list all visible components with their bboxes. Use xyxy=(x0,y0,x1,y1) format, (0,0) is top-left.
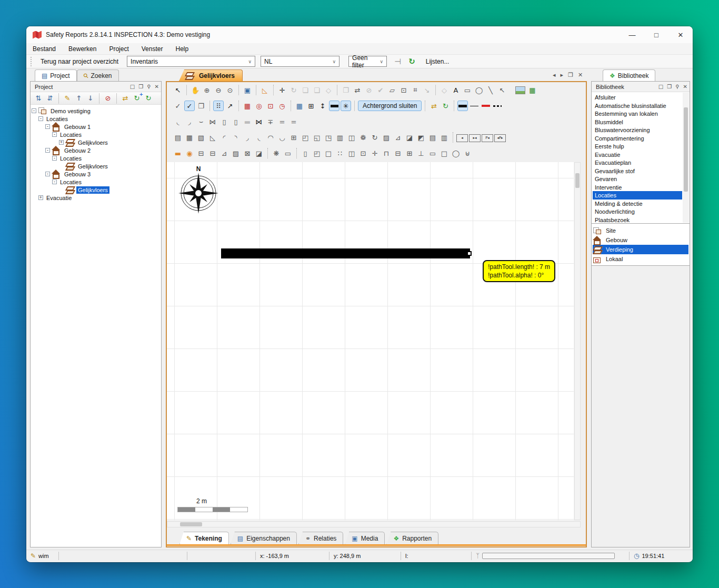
tab-tekening[interactable]: Tekening xyxy=(179,532,229,544)
close-background-button[interactable]: Achtergrond sluiten xyxy=(358,101,422,111)
wall-opening-icon[interactable]: ▯ xyxy=(219,116,229,127)
stairs-u-shape-icon[interactable]: ◩ xyxy=(416,132,426,143)
bathtub-icon[interactable]: ◯ xyxy=(451,148,461,158)
rectangle-icon[interactable]: ▭ xyxy=(462,85,473,95)
confirm-icon[interactable]: ✔ xyxy=(375,85,386,95)
category-evacuatie[interactable]: Evacuatie xyxy=(593,151,682,159)
tree-item-gebouw-2[interactable]: - Gebouw 2 xyxy=(32,146,160,154)
send-back-icon[interactable]: ❏ xyxy=(312,85,322,95)
line-red-icon[interactable] xyxy=(481,101,491,111)
ellipse-icon[interactable]: ◯ xyxy=(474,85,484,95)
double-swing-door-icon[interactable]: ⋈ xyxy=(207,116,218,127)
open-folder-icon[interactable]: ▱ xyxy=(387,85,397,95)
bring-front-icon[interactable]: ❏ xyxy=(300,85,311,95)
menu-venster[interactable]: Venster xyxy=(142,45,163,53)
dresser-2-icon[interactable]: ⊟ xyxy=(393,148,403,158)
replace-icon[interactable]: ⇄ xyxy=(352,85,363,95)
category-bluswatervoorziening[interactable]: Bluswatervoorziening xyxy=(593,126,682,134)
tabs-prev-icon[interactable]: ◂ xyxy=(553,72,556,78)
north-arrow-icon[interactable]: ✳ xyxy=(341,101,351,111)
menu-bestand[interactable]: Bestand xyxy=(33,45,56,53)
panel-maximize-icon[interactable]: □ xyxy=(130,84,135,89)
swap-icon[interactable]: ⇄ xyxy=(120,93,131,104)
console-icon[interactable]: ⊥ xyxy=(416,148,426,158)
refresh-add-icon[interactable]: ↻ xyxy=(132,93,142,104)
text-icon[interactable]: A xyxy=(451,85,461,95)
panel-toggle-icon[interactable]: ⊣ xyxy=(394,57,401,66)
door-frame-icon[interactable]: ⊓ xyxy=(381,148,392,158)
rotate-icon[interactable]: ↻ xyxy=(288,85,299,95)
tree-item-gelijkvloers-3[interactable]: Gelijkvloers xyxy=(32,186,160,194)
stairs-curved-2-icon[interactable]: ◝ xyxy=(231,132,241,143)
category-locaties[interactable]: Locaties xyxy=(593,191,682,200)
snap-grid-icon[interactable]: ✓ xyxy=(184,101,195,111)
category-interventie[interactable]: Interventie xyxy=(593,183,682,192)
filter-select[interactable]: Geen filter ∨ xyxy=(348,56,387,67)
counter-icon[interactable]: □ xyxy=(323,148,334,158)
stairs-curved-5-icon[interactable]: ◠ xyxy=(265,132,276,143)
sort-order-icon[interactable]: ⇅ xyxy=(33,93,44,104)
panel-pin-icon[interactable]: ⚲ xyxy=(675,84,679,89)
copy-icon[interactable]: ❐ xyxy=(341,85,351,95)
tree-item-locaties[interactable]: - Locaties xyxy=(32,115,160,123)
grid-jump-icon[interactable]: ↗ xyxy=(225,101,235,111)
menu-help[interactable]: Help xyxy=(175,45,188,53)
select-cursor-icon[interactable]: ↖ xyxy=(173,85,183,95)
line-thin-icon[interactable] xyxy=(469,101,480,111)
category-automatische-blusinstallatie[interactable]: Automatische blusinstallatie xyxy=(593,102,682,110)
forbid-icon[interactable]: ⊘ xyxy=(364,85,374,95)
drawn-wall[interactable] xyxy=(221,248,470,258)
lift-icon[interactable]: ◂ xyxy=(456,134,468,142)
move-icon[interactable]: ✛ xyxy=(277,85,287,95)
type-lokaal[interactable]: Lokaal xyxy=(593,254,688,264)
stairs-double-icon[interactable]: ◫ xyxy=(346,132,357,143)
grid-extent-icon[interactable]: ⊞ xyxy=(306,101,316,111)
pan-hand-icon[interactable]: ✋ xyxy=(190,85,201,95)
type-gebouw[interactable]: Gebouw xyxy=(593,235,688,245)
block-icon[interactable]: ⊘ xyxy=(103,93,113,104)
fit-screen-icon[interactable]: ▣ xyxy=(242,85,253,95)
zoom-out-icon[interactable]: ⊖ xyxy=(213,85,224,95)
stairs-curved-1-icon[interactable]: ◜ xyxy=(219,132,229,143)
category-bestemming-van-lokalen[interactable]: Bestemming van lokalen xyxy=(593,109,682,118)
polyline-icon[interactable]: ◇ xyxy=(439,85,450,95)
tree-expander-icon[interactable]: - xyxy=(52,180,57,184)
swap-icon[interactable]: ⇄ xyxy=(428,101,439,111)
panel-pin-icon[interactable]: ⚲ xyxy=(147,84,151,89)
tab-media[interactable]: Media xyxy=(345,532,385,544)
canvas-horizontal-scrollbar[interactable] xyxy=(167,521,581,527)
panel-maximize-icon[interactable]: □ xyxy=(658,84,663,89)
menu-project[interactable]: Project xyxy=(109,45,128,53)
stairs-quarter-1-icon[interactable]: ◰ xyxy=(300,132,311,143)
dresser-3-icon[interactable]: ⊞ xyxy=(404,148,415,158)
stairs-narrow-icon[interactable]: ▤ xyxy=(427,132,438,143)
category-blusmiddel[interactable]: Blusmiddel xyxy=(593,118,682,126)
window-sill-icon[interactable]: ▬ xyxy=(173,148,183,158)
fan-icon[interactable]: ❋ xyxy=(271,148,282,158)
menu-bewerken[interactable]: Bewerken xyxy=(68,45,96,53)
tree-item-gelijkvloers-2[interactable]: Gelijkvloers xyxy=(32,162,160,170)
folded-rect-icon[interactable]: ◪ xyxy=(254,148,264,158)
stairs-ramp-icon[interactable]: ▨ xyxy=(381,132,392,143)
stairs-wide-icon[interactable]: ▥ xyxy=(439,132,450,143)
line-dash-icon[interactable] xyxy=(492,101,503,111)
tree-expander-icon[interactable]: + xyxy=(59,140,64,145)
tree-item-evacuatie[interactable]: + Evacuatie xyxy=(32,194,160,202)
stairs-l-shape-icon[interactable]: ◪ xyxy=(404,132,415,143)
stairs-landing-icon[interactable]: ⊞ xyxy=(288,132,299,143)
refresh-lists-icon[interactable]: ↻ xyxy=(408,57,415,66)
refresh-icon[interactable]: ↻ xyxy=(440,101,451,111)
image-icon[interactable]: ▩ xyxy=(508,85,526,95)
refresh-icon[interactable]: ↻ xyxy=(143,93,154,104)
minimize-button[interactable]: — xyxy=(620,26,644,43)
tree-item-gelijkvloers-1[interactable]: + Gelijkvloers xyxy=(32,138,160,146)
wall-end-handle[interactable] xyxy=(467,251,472,256)
panel-restore-icon[interactable]: ❐ xyxy=(138,84,143,89)
inventory-select[interactable]: Inventaris ∨ xyxy=(127,56,255,67)
language-select[interactable]: NL ∨ xyxy=(261,56,339,67)
cabinet-icon[interactable]: ◫ xyxy=(346,148,357,158)
door-left-icon[interactable]: ◟ xyxy=(173,116,183,127)
panel-restore-icon[interactable]: ❐ xyxy=(667,84,672,89)
doc-tab-gelijkvloers[interactable]: Gelijkvloers xyxy=(179,69,243,81)
resize-icon[interactable]: ↘ xyxy=(422,85,432,95)
